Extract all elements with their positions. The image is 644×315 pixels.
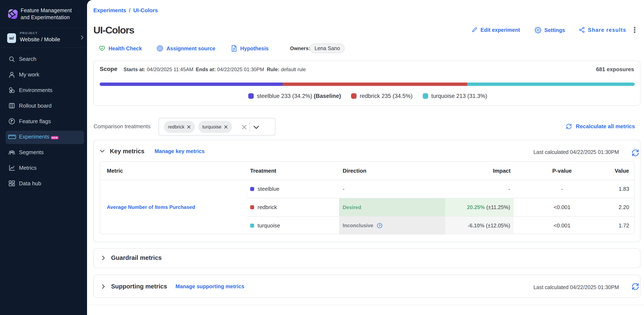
svg-text:?: ? [379,224,380,227]
